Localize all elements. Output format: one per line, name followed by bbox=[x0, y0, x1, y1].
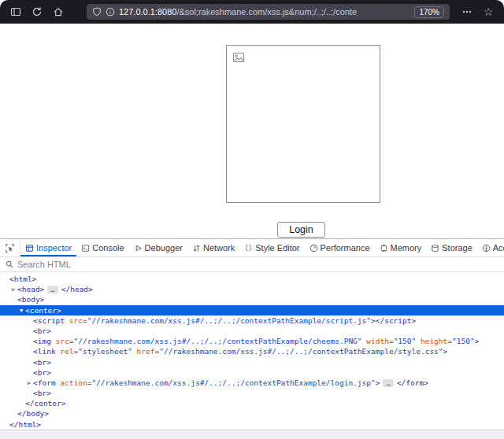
url-text[interactable]: 127.0.0.1:8080/&sol;rakeshmane.com/xss.j… bbox=[119, 7, 406, 17]
broken-image-icon bbox=[232, 51, 245, 64]
search-html-input[interactable] bbox=[17, 260, 498, 269]
markup-token-tag[interactable]: <br> bbox=[33, 368, 51, 377]
markup-token-tag[interactable]: <script bbox=[33, 316, 65, 325]
markup-line[interactable]: </body> bbox=[0, 408, 504, 419]
markup-token-val[interactable]: "150" bbox=[394, 337, 417, 345]
markup-line[interactable]: <br> bbox=[0, 367, 504, 378]
markup-token-tag[interactable]: </html> bbox=[9, 420, 41, 429]
markup-token-val[interactable]: "//rakeshmane.com/xss.js#/..;/..;/contex… bbox=[159, 347, 443, 356]
markup-token-tag[interactable]: > bbox=[475, 337, 480, 345]
markup-token-val[interactable]: "//rakeshmane.com/xss.js#/..;/..;/contex… bbox=[87, 316, 371, 325]
element-picker-icon bbox=[5, 243, 15, 253]
tab-label: Inspector bbox=[36, 243, 72, 253]
browser-window: 127.0.0.1:8080/&sol;rakeshmane.com/xss.j… bbox=[0, 0, 504, 439]
svg-text:{}: {} bbox=[245, 244, 253, 252]
tab-label: Storage bbox=[442, 243, 472, 253]
markup-line[interactable]: <html> bbox=[0, 274, 504, 284]
element-picker-button[interactable] bbox=[0, 239, 20, 256]
markup-token-tag[interactable]: <form bbox=[33, 378, 56, 387]
markup-token-tag[interactable]: </center> bbox=[25, 399, 65, 408]
markup-token-attr[interactable]: href bbox=[132, 347, 155, 356]
devtools-tab-style-editor[interactable]: {}Style Editor bbox=[239, 239, 304, 256]
markup-token-val[interactable]: "stylesheet" bbox=[78, 347, 132, 356]
markup-token-attr[interactable]: width bbox=[362, 337, 389, 345]
devtools-tab-console[interactable]: Console bbox=[76, 239, 128, 256]
markup-line[interactable]: ▶<form action="//rakeshmane.com/xss.js#/… bbox=[0, 378, 504, 388]
console-icon bbox=[81, 244, 90, 253]
storage-icon bbox=[431, 244, 439, 253]
twisty-open-icon[interactable]: ▼ bbox=[17, 306, 25, 316]
markup-scrollbar[interactable] bbox=[0, 430, 504, 439]
more-actions-button[interactable] bbox=[457, 2, 477, 21]
tab-label: Style Editor bbox=[255, 243, 299, 253]
markup-line[interactable]: <img src="//rakeshmane.com/xss.js#/..;/.… bbox=[0, 336, 504, 346]
markup-token-val[interactable]: "150" bbox=[452, 337, 475, 345]
markup-token-tag[interactable]: </body> bbox=[17, 409, 49, 418]
markup-token-tag[interactable]: </head> bbox=[61, 285, 93, 293]
devtools-tab-performance[interactable]: Performance bbox=[305, 239, 375, 256]
markup-token-tag[interactable]: <center> bbox=[25, 306, 61, 315]
performance-icon bbox=[309, 244, 318, 253]
markup-line[interactable]: <link rel="stylesheet" href="//rakeshman… bbox=[0, 346, 504, 356]
markup-token-tag[interactable]: <body> bbox=[17, 295, 44, 304]
markup-token-tag[interactable]: <br> bbox=[33, 358, 51, 367]
inline-expander-badge[interactable]: … bbox=[383, 379, 393, 387]
markup-line[interactable]: <script src="//rakeshmane.com/xss.js#/..… bbox=[0, 315, 504, 326]
sidebar-button[interactable] bbox=[6, 2, 26, 21]
markup-token-tag[interactable]: <br> bbox=[33, 326, 51, 335]
tab-label: Acc bbox=[493, 243, 504, 253]
markup-token-tag[interactable]: <img bbox=[33, 337, 51, 345]
login-button[interactable]: Login bbox=[277, 222, 325, 238]
markup-token-tag[interactable]: <br> bbox=[33, 389, 51, 397]
markup-token-tag[interactable]: ></script> bbox=[371, 316, 416, 325]
markup-line[interactable]: </center> bbox=[0, 398, 504, 408]
bookmark-star-icon: ☆ bbox=[484, 6, 494, 17]
markup-token-attr[interactable]: height bbox=[416, 337, 447, 345]
markup-token-tag[interactable]: <link bbox=[33, 347, 56, 356]
tab-label: Performance bbox=[321, 243, 370, 253]
home-button[interactable] bbox=[48, 2, 69, 21]
devtools-tab-accessibility[interactable]: Acc bbox=[477, 239, 504, 256]
markup-token-attr[interactable]: action bbox=[56, 378, 87, 387]
browser-toolbar: 127.0.0.1:8080/&sol;rakeshmane.com/xss.j… bbox=[0, 0, 504, 24]
markup-line[interactable]: <br> bbox=[0, 357, 504, 367]
memory-icon bbox=[380, 244, 388, 253]
devtools-tab-network[interactable]: Network bbox=[187, 239, 239, 256]
home-icon bbox=[53, 6, 64, 17]
markup-line[interactable]: </html> bbox=[0, 419, 504, 430]
markup-token-val[interactable]: "//rakeshmane.com/xss.js#/..;/..;/contex… bbox=[91, 378, 375, 387]
markup-line[interactable]: ▶<head>…</head> bbox=[0, 284, 504, 294]
devtools-tab-memory[interactable]: Memory bbox=[375, 239, 427, 256]
devtools-tab-storage[interactable]: Storage bbox=[426, 239, 477, 256]
bookmark-star-button[interactable]: ☆ bbox=[478, 2, 498, 21]
devtools-tab-debugger[interactable]: Debugger bbox=[129, 239, 187, 256]
markup-line[interactable]: <br> bbox=[0, 326, 504, 336]
markup-token-tag[interactable]: > bbox=[376, 378, 380, 387]
markup-line[interactable]: <br> bbox=[0, 388, 504, 398]
devtools-tab-inspector[interactable]: Inspector bbox=[20, 239, 76, 256]
markup-token-tag[interactable]: <html> bbox=[9, 275, 36, 283]
url-bar[interactable]: 127.0.0.1:8080/&sol;rakeshmane.com/xss.j… bbox=[87, 4, 450, 20]
zoom-level-badge[interactable]: 170% bbox=[414, 6, 444, 18]
markup-token-tag[interactable]: <head> bbox=[17, 285, 44, 293]
debugger-icon bbox=[134, 244, 143, 253]
markup-line[interactable]: ▼<center> bbox=[0, 305, 504, 315]
tab-label: Debugger bbox=[145, 243, 183, 253]
tracking-protection-shield-icon[interactable] bbox=[92, 7, 102, 17]
markup-token-attr[interactable]: src bbox=[65, 316, 83, 325]
devtools-search-bar bbox=[0, 257, 504, 272]
devtools-tabbar: InspectorConsoleDebuggerNetwork{}Style E… bbox=[0, 239, 504, 257]
reload-button[interactable] bbox=[27, 2, 47, 21]
markup-token-tag[interactable]: > bbox=[443, 347, 448, 356]
markup-line[interactable]: <body> bbox=[0, 294, 504, 304]
url-path: /&sol;rakeshmane.com/xss.js&num;/..;/..;… bbox=[176, 7, 357, 17]
markup-token-tag[interactable]: </form> bbox=[397, 378, 428, 387]
site-info-icon[interactable] bbox=[106, 7, 115, 17]
inspector-icon bbox=[25, 244, 34, 253]
markup-token-attr[interactable]: src bbox=[51, 337, 69, 345]
markup-token-attr[interactable]: rel bbox=[56, 347, 74, 356]
devtools-panel: InspectorConsoleDebuggerNetwork{}Style E… bbox=[0, 238, 504, 439]
broken-image-box bbox=[226, 45, 380, 203]
markup-token-val[interactable]: "//rakeshmane.com/xss.js#/..;/..;/contex… bbox=[74, 337, 362, 345]
inline-expander-badge[interactable]: … bbox=[47, 286, 57, 293]
